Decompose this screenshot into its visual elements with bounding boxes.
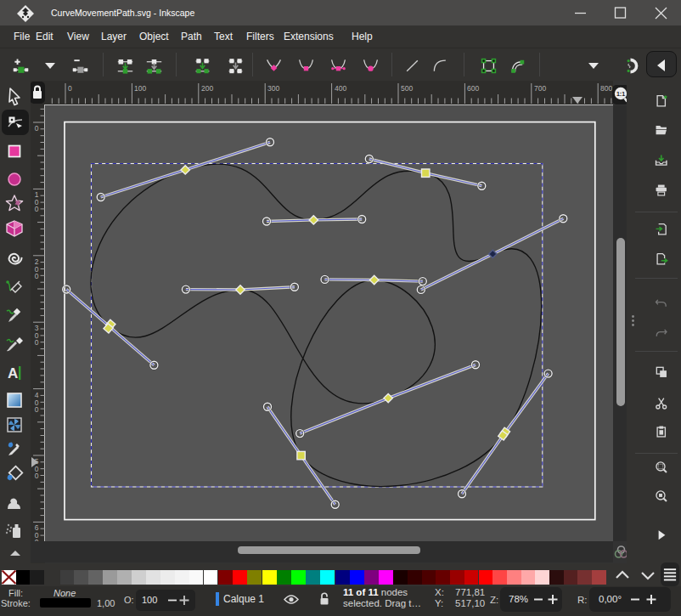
svg-text:A: A — [8, 365, 18, 381]
svg-text:1:1: 1:1 — [616, 91, 625, 97]
